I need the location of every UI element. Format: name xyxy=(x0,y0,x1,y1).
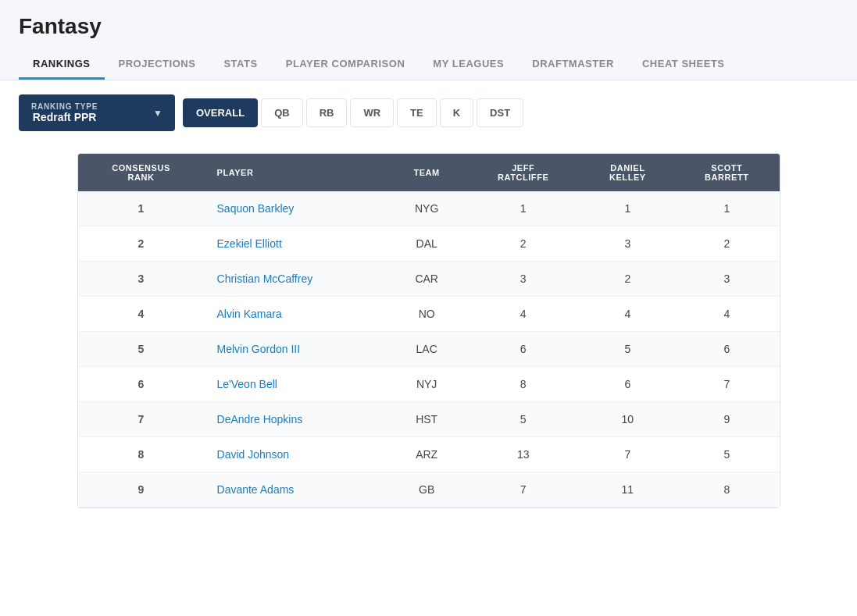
table-row: 3 Christian McCaffrey CAR 3 2 3 xyxy=(78,262,780,297)
table-row: 4 Alvin Kamara NO 4 4 4 xyxy=(78,297,780,332)
cell-rank: 9 xyxy=(78,472,205,507)
cell-player-name[interactable]: David Johnson xyxy=(205,437,388,472)
pos-btn-k[interactable]: K xyxy=(440,98,473,127)
cell-barrett: 4 xyxy=(674,297,779,332)
header: Fantasy RANKINGS PROJECTIONS STATS PLAYE… xyxy=(0,0,857,80)
cell-rank: 6 xyxy=(78,367,205,402)
cell-team: LAC xyxy=(388,332,466,367)
main-nav: RANKINGS PROJECTIONS STATS PLAYER COMPAR… xyxy=(19,50,838,80)
cell-player-name[interactable]: Davante Adams xyxy=(205,472,388,507)
pos-btn-te[interactable]: TE xyxy=(397,98,437,127)
nav-rankings[interactable]: RANKINGS xyxy=(19,50,105,80)
cell-team: CAR xyxy=(388,262,466,297)
cell-player-name[interactable]: Melvin Gordon III xyxy=(205,332,388,367)
cell-kelley: 5 xyxy=(581,332,675,367)
cell-kelley: 2 xyxy=(581,262,675,297)
cell-kelley: 1 xyxy=(581,191,675,226)
table-row: 5 Melvin Gordon III LAC 6 5 6 xyxy=(78,332,780,367)
cell-team: NO xyxy=(388,297,466,332)
cell-player-name[interactable]: Saquon Barkley xyxy=(205,191,388,226)
ranking-type-value: Redraft PPR xyxy=(31,111,98,123)
cell-kelley: 7 xyxy=(581,437,675,472)
th-consensus-rank: CONSENSUSRANK xyxy=(78,154,205,191)
th-barrett: SCOTTBARRETT xyxy=(674,154,779,191)
pos-btn-rb[interactable]: RB xyxy=(306,98,348,127)
table-row: 8 David Johnson ARZ 13 7 5 xyxy=(78,437,780,472)
cell-barrett: 9 xyxy=(674,402,779,437)
cell-ratcliffe: 1 xyxy=(466,191,581,226)
cell-ratcliffe: 3 xyxy=(466,262,581,297)
cell-barrett: 2 xyxy=(674,226,779,262)
nav-draftmaster[interactable]: DRAFTMASTER xyxy=(518,50,628,80)
nav-cheat-sheets[interactable]: CHEAT SHEETS xyxy=(628,50,739,80)
position-filter-group: OVERALL QB RB WR TE K DST xyxy=(183,98,523,127)
main-content: CONSENSUSRANK PLAYER TEAM JEFFRATCLIFFE … xyxy=(0,145,857,527)
cell-kelley: 3 xyxy=(581,226,675,262)
cell-barrett: 8 xyxy=(674,472,779,507)
cell-kelley: 4 xyxy=(581,297,675,332)
nav-projections[interactable]: PROJECTIONS xyxy=(105,50,210,80)
cell-barrett: 5 xyxy=(674,437,779,472)
table-header-row: CONSENSUSRANK PLAYER TEAM JEFFRATCLIFFE … xyxy=(78,154,780,191)
cell-rank: 1 xyxy=(78,191,205,226)
ranking-type-dropdown[interactable]: RANKING TYPE Redraft PPR ▼ xyxy=(19,94,175,131)
cell-barrett: 1 xyxy=(674,191,779,226)
cell-player-name[interactable]: Christian McCaffrey xyxy=(205,262,388,297)
pos-btn-overall[interactable]: OVERALL xyxy=(183,98,258,127)
cell-team: HST xyxy=(388,402,466,437)
cell-team: DAL xyxy=(388,226,466,262)
cell-team: NYJ xyxy=(388,367,466,402)
cell-player-name[interactable]: Ezekiel Elliott xyxy=(205,226,388,262)
cell-barrett: 7 xyxy=(674,367,779,402)
cell-barrett: 6 xyxy=(674,332,779,367)
cell-rank: 7 xyxy=(78,402,205,437)
nav-stats[interactable]: STATS xyxy=(209,50,271,80)
cell-player-name[interactable]: Alvin Kamara xyxy=(205,297,388,332)
cell-kelley: 6 xyxy=(581,367,675,402)
cell-ratcliffe: 13 xyxy=(466,437,581,472)
table-row: 1 Saquon Barkley NYG 1 1 1 xyxy=(78,191,780,226)
cell-kelley: 10 xyxy=(581,402,675,437)
th-kelley: DANIELKELLEY xyxy=(581,154,675,191)
nav-player-comparison[interactable]: PLAYER COMPARISON xyxy=(272,50,420,80)
th-player: PLAYER xyxy=(205,154,388,191)
rankings-table: CONSENSUSRANK PLAYER TEAM JEFFRATCLIFFE … xyxy=(78,154,780,507)
cell-rank: 2 xyxy=(78,226,205,262)
cell-ratcliffe: 7 xyxy=(466,472,581,507)
cell-player-name[interactable]: Le'Veon Bell xyxy=(205,367,388,402)
pos-btn-wr[interactable]: WR xyxy=(350,98,394,127)
nav-my-leagues[interactable]: MY LEAGUES xyxy=(419,50,518,80)
cell-rank: 5 xyxy=(78,332,205,367)
cell-ratcliffe: 4 xyxy=(466,297,581,332)
cell-rank: 8 xyxy=(78,437,205,472)
cell-ratcliffe: 5 xyxy=(466,402,581,437)
cell-kelley: 11 xyxy=(581,472,675,507)
cell-team: NYG xyxy=(388,191,466,226)
ranking-type-label: RANKING TYPE xyxy=(31,102,98,111)
cell-player-name[interactable]: DeAndre Hopkins xyxy=(205,402,388,437)
cell-ratcliffe: 2 xyxy=(466,226,581,262)
cell-team: GB xyxy=(388,472,466,507)
rankings-table-container: CONSENSUSRANK PLAYER TEAM JEFFRATCLIFFE … xyxy=(77,153,780,508)
table-row: 7 DeAndre Hopkins HST 5 10 9 xyxy=(78,402,780,437)
cell-ratcliffe: 8 xyxy=(466,367,581,402)
table-row: 9 Davante Adams GB 7 11 8 xyxy=(78,472,780,507)
cell-rank: 4 xyxy=(78,297,205,332)
chevron-down-icon: ▼ xyxy=(153,108,162,119)
th-team: TEAM xyxy=(388,154,466,191)
pos-btn-dst[interactable]: DST xyxy=(477,98,523,127)
toolbar: RANKING TYPE Redraft PPR ▼ OVERALL QB RB… xyxy=(0,80,857,145)
cell-team: ARZ xyxy=(388,437,466,472)
cell-rank: 3 xyxy=(78,262,205,297)
cell-barrett: 3 xyxy=(674,262,779,297)
th-ratcliffe: JEFFRATCLIFFE xyxy=(466,154,581,191)
cell-ratcliffe: 6 xyxy=(466,332,581,367)
app-title: Fantasy xyxy=(19,14,838,39)
table-row: 2 Ezekiel Elliott DAL 2 3 2 xyxy=(78,226,780,262)
pos-btn-qb[interactable]: QB xyxy=(261,98,303,127)
table-row: 6 Le'Veon Bell NYJ 8 6 7 xyxy=(78,367,780,402)
